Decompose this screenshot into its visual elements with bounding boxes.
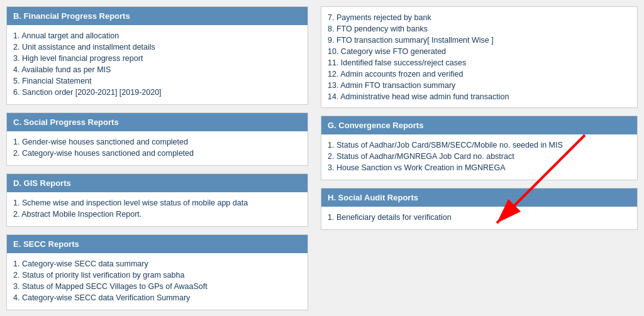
list-item[interactable]: 1. Status of Aadhar/Job Card/SBM/SECC/Mo… bbox=[328, 139, 631, 151]
section-body-d: 1. Scheme wise and inspection level wise… bbox=[7, 192, 308, 226]
list-item[interactable]: 2. Status of priority list verification … bbox=[13, 270, 301, 281]
list-item[interactable]: 13. Admin FTO transaction summary bbox=[328, 80, 631, 91]
section-body-h: 1. Beneficiary details for verification bbox=[321, 207, 637, 229]
list-item[interactable]: 2. Unit assistance and installment detai… bbox=[13, 41, 301, 53]
section-header-c: C. Social Progress Reports bbox=[7, 113, 308, 131]
list-item[interactable]: 5. Financial Statement bbox=[13, 75, 301, 87]
right-top-list: 7. Payments rejected by bank8. FTO pende… bbox=[321, 6, 638, 108]
section-body-g: 1. Status of Aadhar/Job Card/SBM/SECC/Mo… bbox=[321, 134, 637, 180]
list-item[interactable]: 4. Category-wise SECC data Verification … bbox=[13, 292, 301, 303]
list-item[interactable]: 10. Category wise FTO generated bbox=[328, 46, 631, 57]
section-h: H. Social Audit Reports1. Beneficiary de… bbox=[321, 188, 638, 230]
list-item[interactable]: 11. Identified false success/reject case… bbox=[328, 57, 631, 68]
list-item[interactable]: 12. Admin accounts frozen and verified bbox=[328, 68, 631, 80]
list-item[interactable]: 6. Sanction order [2020-2021] [2019-2020… bbox=[13, 87, 301, 98]
section-header-g: G. Convergence Reports bbox=[321, 116, 637, 134]
list-item[interactable]: 1. Scheme wise and inspection level wise… bbox=[13, 197, 301, 209]
left-panel: B. Financial Progress Reports1. Annual t… bbox=[0, 0, 314, 316]
list-item[interactable]: 7. Payments rejected by bank bbox=[328, 12, 631, 23]
right-panel: 7. Payments rejected by bank8. FTO pende… bbox=[314, 0, 644, 316]
section-body-c: 1. Gender-wise houses sanctioned and com… bbox=[7, 131, 308, 165]
list-item[interactable]: 3. High level financial progress report bbox=[13, 53, 301, 64]
section-b: B. Financial Progress Reports1. Annual t… bbox=[6, 6, 308, 105]
list-item[interactable]: 8. FTO pendency with banks bbox=[328, 23, 631, 35]
section-header-h: H. Social Audit Reports bbox=[321, 188, 637, 207]
section-body-e: 1. Category-wise SECC data summary2. Sta… bbox=[7, 253, 308, 310]
list-item[interactable]: 2. Abstract Mobile Inspection Report. bbox=[13, 209, 301, 220]
section-d: D. GIS Reports1. Scheme wise and inspect… bbox=[6, 173, 308, 227]
section-c: C. Social Progress Reports1. Gender-wise… bbox=[6, 112, 308, 166]
list-item[interactable]: 9. FTO transaction summary[ Installment … bbox=[328, 35, 631, 46]
list-item[interactable]: 2. Status of Aadhar/MGNREGA Job Card no.… bbox=[328, 151, 631, 162]
section-header-b: B. Financial Progress Reports bbox=[7, 7, 308, 25]
list-item[interactable]: 4. Available fund as per MIS bbox=[13, 64, 301, 75]
section-body-b: 1. Annual target and allocation2. Unit a… bbox=[7, 25, 308, 104]
list-item[interactable]: 1. Gender-wise houses sanctioned and com… bbox=[13, 136, 301, 148]
section-g: G. Convergence Reports1. Status of Aadha… bbox=[321, 116, 638, 180]
list-item[interactable]: 3. House Sanction vs Work Creation in MG… bbox=[328, 162, 631, 173]
list-item[interactable]: 14. Administrative head wise admin fund … bbox=[328, 91, 631, 102]
list-item[interactable]: 1. Category-wise SECC data summary bbox=[13, 258, 301, 270]
section-header-e: E. SECC Reports bbox=[7, 235, 308, 253]
list-item[interactable]: 3. Status of Mapped SECC Villages to GPs… bbox=[13, 281, 301, 292]
list-item[interactable]: 2. Category-wise houses sanctioned and c… bbox=[13, 148, 301, 159]
list-item[interactable]: 1. Annual target and allocation bbox=[13, 30, 301, 41]
section-e: E. SECC Reports1. Category-wise SECC dat… bbox=[6, 234, 308, 310]
section-header-d: D. GIS Reports bbox=[7, 174, 308, 192]
list-item[interactable]: 1. Beneficiary details for verification bbox=[328, 212, 631, 223]
